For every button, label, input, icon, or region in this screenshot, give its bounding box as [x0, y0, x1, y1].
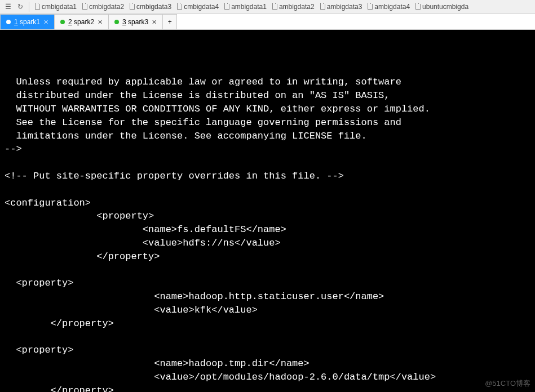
toolbar-button[interactable]: ↻ — [15, 1, 26, 12]
bookmark-icon — [368, 4, 373, 10]
status-dot-icon — [6, 20, 11, 24]
bookmark-item[interactable]: cmbigdata4 — [174, 3, 222, 11]
bookmark-icon — [224, 4, 229, 10]
bookmark-label: ubuntucmbigda — [422, 3, 468, 11]
bookmark-label: cmbigdata4 — [184, 3, 219, 11]
close-icon[interactable]: ✕ — [152, 19, 157, 26]
bookmark-label: ambigdata3 — [327, 3, 362, 11]
bookmark-toolbar: ☰ ↻ cmbigdata1cmbigdata2cmbigdata3cmbigd… — [0, 0, 535, 14]
bookmark-icon — [320, 4, 325, 10]
bookmark-item[interactable]: ambigdata1 — [222, 3, 269, 11]
session-tab-bar: 1 spark1✕2 spark2✕3 spark3✕ + — [0, 14, 535, 30]
watermark: @51CTO博客 — [485, 378, 530, 389]
bookmark-icon — [415, 4, 421, 10]
separator — [29, 2, 29, 12]
tab-label: 1 spark1 — [14, 18, 40, 26]
status-dot-icon — [60, 20, 65, 24]
session-tab[interactable]: 2 spark2✕ — [54, 14, 109, 29]
terminal[interactable]: Unless required by applicable law or agr… — [0, 30, 535, 392]
new-tab-button[interactable]: + — [162, 14, 177, 29]
toolbar-button[interactable]: ☰ — [2, 1, 14, 12]
bookmark-item[interactable]: ambigdata4 — [365, 3, 413, 11]
bookmark-icon — [35, 4, 40, 10]
bookmark-label: ambigdata1 — [231, 3, 267, 11]
session-tab[interactable]: 1 spark1✕ — [0, 14, 55, 29]
status-dot-icon — [114, 20, 119, 24]
terminal-output: Unless required by applicable law or agr… — [5, 63, 530, 392]
bookmark-icon — [82, 4, 87, 10]
bookmark-label: cmbigdata1 — [42, 3, 77, 11]
close-icon[interactable]: ✕ — [98, 19, 103, 26]
bookmark-icon — [130, 4, 135, 10]
bookmark-item[interactable]: cmbigdata3 — [127, 3, 174, 11]
bookmark-label: cmbigdata2 — [89, 3, 124, 11]
bookmark-icon — [272, 4, 277, 10]
close-icon[interactable]: ✕ — [43, 19, 48, 26]
tab-label: 2 spark2 — [68, 18, 94, 26]
bookmark-label: cmbigdata3 — [136, 3, 171, 11]
bookmark-label: ambigdata4 — [374, 3, 410, 11]
bookmark-item[interactable]: ambigdata3 — [317, 3, 365, 11]
bookmark-item[interactable]: ubuntucmbigda — [413, 3, 471, 11]
bookmark-label: ambigdata2 — [279, 3, 315, 11]
bookmark-item[interactable]: cmbigdata1 — [32, 3, 79, 11]
tab-label: 3 spark3 — [122, 18, 148, 26]
bookmark-item[interactable]: ambigdata2 — [269, 3, 317, 11]
bookmark-icon — [177, 4, 182, 10]
session-tab[interactable]: 3 spark3✕ — [108, 14, 163, 29]
bookmark-item[interactable]: cmbigdata2 — [79, 3, 127, 11]
